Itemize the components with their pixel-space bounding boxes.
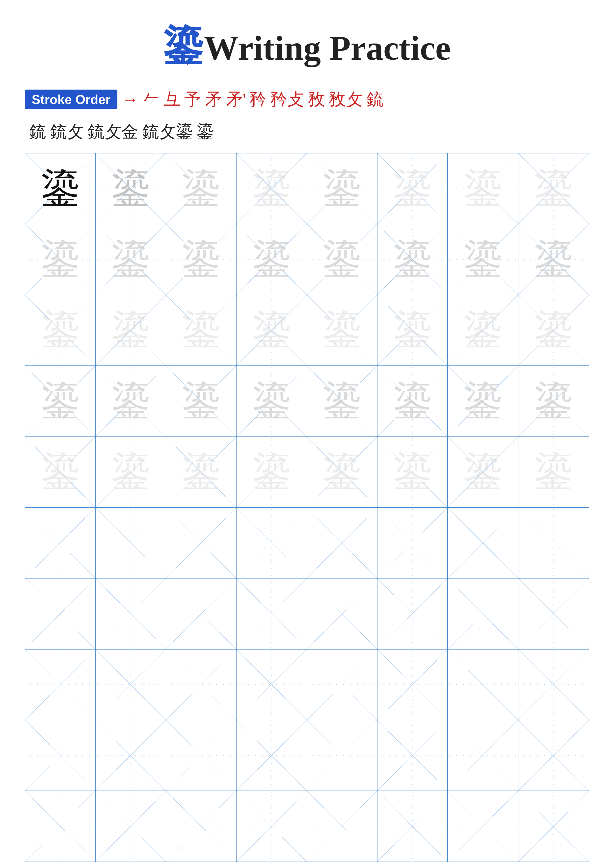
grid-cell[interactable]: 鎏: [307, 153, 378, 224]
grid-cell[interactable]: [25, 720, 96, 790]
grid-row: [25, 649, 589, 720]
grid-cell[interactable]: 鎏: [25, 295, 96, 366]
grid-cell[interactable]: 鎏: [96, 437, 166, 507]
grid-cell[interactable]: 鎏: [378, 366, 448, 436]
grid-cell[interactable]: 鎏: [96, 153, 166, 224]
grid-cell[interactable]: [518, 578, 589, 649]
grid-cell[interactable]: 鎏: [25, 224, 96, 294]
grid-cell[interactable]: 鎏: [378, 224, 448, 294]
grid-cell[interactable]: 鎏: [236, 153, 307, 224]
grid-cell[interactable]: 鎏: [307, 295, 378, 366]
grid-cell[interactable]: [236, 720, 307, 790]
grid-cell[interactable]: 鎏: [166, 366, 236, 436]
grid-cell[interactable]: 鎏: [25, 366, 96, 436]
grid-cell[interactable]: 鎏: [448, 153, 518, 224]
grid-cell[interactable]: [96, 578, 166, 649]
grid-cell[interactable]: [518, 791, 589, 861]
grid-cell[interactable]: [166, 720, 236, 790]
grid-cell[interactable]: [378, 720, 448, 790]
grid-cell[interactable]: 鎏: [518, 366, 589, 436]
guide-char: 鎏: [41, 311, 79, 349]
grid-cell[interactable]: [518, 649, 589, 720]
stroke-order-section: Stroke Order → 𠂉 彑 予 矛 矛' 矜 矜攴 敄 敄攵 鋶: [25, 88, 589, 111]
grid-cell[interactable]: 鎏: [518, 437, 589, 507]
grid-cell[interactable]: 鎏: [166, 437, 236, 507]
grid-cell[interactable]: [236, 508, 307, 578]
stroke-char-1: →: [122, 90, 139, 109]
grid-cell[interactable]: [448, 578, 518, 649]
grid-cell[interactable]: [236, 578, 307, 649]
title-area: 鎏 Writing Practice: [25, 20, 589, 73]
grid-cell[interactable]: 鎏: [448, 366, 518, 436]
grid-cell[interactable]: 鎏: [96, 366, 166, 436]
grid-cell[interactable]: [378, 791, 448, 861]
grid-cell[interactable]: [307, 649, 378, 720]
grid-cell[interactable]: [96, 649, 166, 720]
grid-cell[interactable]: [166, 508, 236, 578]
grid-cell[interactable]: 鎏: [378, 437, 448, 507]
grid-cell[interactable]: [378, 508, 448, 578]
stroke-char-10: 敄攵: [329, 88, 362, 111]
grid-cell[interactable]: 鎏: [448, 295, 518, 366]
grid-cell[interactable]: [25, 791, 96, 861]
grid-cell[interactable]: 鎏: [236, 366, 307, 436]
grid-cell[interactable]: [307, 791, 378, 861]
grid-cell[interactable]: [378, 649, 448, 720]
grid-cell[interactable]: [307, 578, 378, 649]
grid-cell[interactable]: 鎏: [96, 295, 166, 366]
grid-cell[interactable]: 鎏: [166, 295, 236, 366]
grid-cell[interactable]: [378, 578, 448, 649]
stroke-char-11: 鋶: [367, 88, 383, 111]
grid-cell[interactable]: [25, 649, 96, 720]
grid-cell[interactable]: [518, 508, 589, 578]
guide-char: 鎏: [41, 169, 79, 208]
title-chinese: 鎏: [163, 24, 203, 68]
grid-cell[interactable]: [448, 791, 518, 861]
grid-cell[interactable]: 鎏: [378, 295, 448, 366]
guide-char: 鎏: [182, 382, 220, 420]
guide-char: 鎏: [182, 453, 220, 491]
guide-char: 鎏: [252, 382, 291, 420]
grid-cell[interactable]: [166, 578, 236, 649]
grid-cell[interactable]: [518, 720, 589, 790]
grid-cell[interactable]: 鎏: [236, 224, 307, 294]
grid-cell[interactable]: 鎏: [518, 224, 589, 294]
grid-cell[interactable]: [448, 649, 518, 720]
grid-cell[interactable]: [166, 649, 236, 720]
grid-cell[interactable]: [166, 791, 236, 861]
grid-cell[interactable]: [307, 508, 378, 578]
grid-cell[interactable]: 鎏: [307, 224, 378, 294]
guide-char: 鎏: [112, 169, 150, 208]
guide-char: 鎏: [323, 382, 361, 420]
grid-cell[interactable]: [25, 508, 96, 578]
grid-cell[interactable]: 鎏: [25, 153, 96, 224]
grid-cell[interactable]: [448, 508, 518, 578]
grid-cell[interactable]: [236, 649, 307, 720]
grid-cell[interactable]: [96, 791, 166, 861]
grid-cell[interactable]: [25, 578, 96, 649]
grid-cell[interactable]: 鎏: [166, 224, 236, 294]
grid-cell[interactable]: [236, 791, 307, 861]
grid-cell[interactable]: 鎏: [307, 366, 378, 436]
guide-char: 鎏: [534, 311, 573, 349]
grid-cell[interactable]: 鎏: [236, 437, 307, 507]
grid-cell[interactable]: 鎏: [518, 153, 589, 224]
grid-cell[interactable]: 鎏: [518, 295, 589, 366]
grid-cell[interactable]: 鎏: [448, 437, 518, 507]
grid-cell[interactable]: [96, 508, 166, 578]
guide-char: 鎏: [323, 453, 361, 491]
grid-cell[interactable]: 鎏: [448, 224, 518, 294]
grid-row: 鎏鎏鎏鎏鎏鎏鎏鎏: [25, 295, 589, 366]
grid-cell[interactable]: [307, 720, 378, 790]
grid-cell[interactable]: [96, 720, 166, 790]
grid-cell[interactable]: [448, 720, 518, 790]
grid-cell[interactable]: 鎏: [378, 153, 448, 224]
grid-cell[interactable]: 鎏: [307, 437, 378, 507]
grid-cell[interactable]: 鎏: [96, 224, 166, 294]
guide-char: 鎏: [112, 240, 150, 279]
grid-cell[interactable]: 鎏: [25, 437, 96, 507]
guide-char: 鎏: [182, 311, 220, 349]
stroke-order-badge: Stroke Order: [25, 90, 117, 109]
grid-cell[interactable]: 鎏: [236, 295, 307, 366]
grid-cell[interactable]: 鎏: [166, 153, 236, 224]
